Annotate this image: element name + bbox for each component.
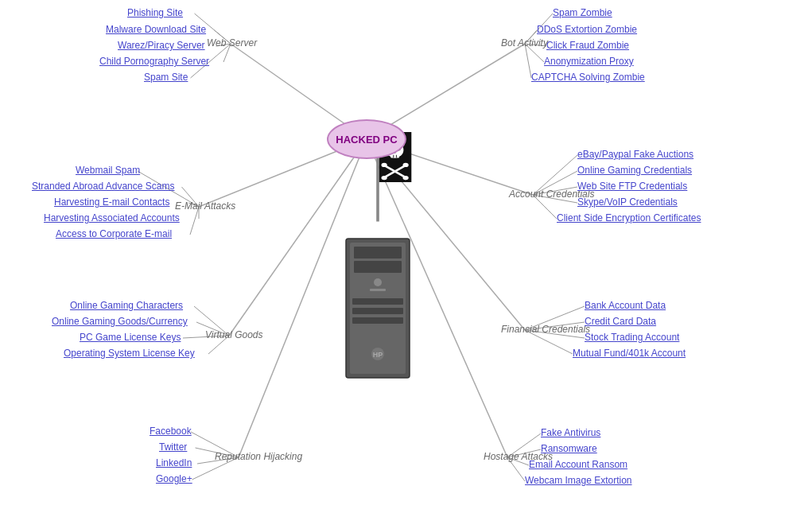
leaf-account-credentials: Online Gaming Credentials	[577, 165, 692, 176]
branch-reputation-hijacking: Reputation Hijacking	[215, 451, 302, 462]
svg-point-68	[382, 176, 387, 180]
leaf-virtual-goods: Online Gaming Goods/Currency	[52, 316, 188, 327]
leaf-bot-activity: CAPTCHA Solving Zombie	[531, 72, 645, 83]
svg-rect-52	[352, 317, 403, 324]
svg-rect-50	[352, 298, 403, 305]
leaf-account-credentials: Client Side Encryption Certificates	[557, 212, 701, 224]
svg-rect-49	[370, 289, 386, 291]
center-node: HACKED PC	[327, 119, 406, 159]
leaf-email-attacks: Harvesting Associated Accounts	[44, 212, 180, 224]
leaf-hostage-attacks: Webcam Image Extortion	[525, 475, 632, 486]
leaf-financial-credentials: Mutual Fund/401k Account	[573, 348, 686, 359]
leaf-web-server: Warez/Piracy Server	[118, 40, 205, 51]
computer-icon: HP	[330, 223, 425, 382]
leaf-financial-credentials: Stock Trading Account	[585, 332, 679, 343]
leaf-reputation-hijacking: Twitter	[159, 441, 187, 453]
svg-point-66	[382, 163, 387, 167]
svg-line-11	[525, 44, 531, 78]
branch-web-server: Web Server	[207, 37, 257, 49]
leaf-reputation-hijacking: LinkedIn	[156, 457, 192, 468]
svg-point-67	[403, 163, 409, 167]
svg-point-48	[374, 278, 382, 286]
leaf-reputation-hijacking: Google+	[156, 473, 192, 484]
leaf-virtual-goods: Operating System License Key	[64, 348, 195, 359]
leaf-virtual-goods: PC Game License Keys	[80, 332, 181, 343]
leaf-financial-credentials: Credit Card Data	[585, 316, 656, 327]
leaf-reputation-hijacking: Facebook	[150, 426, 192, 437]
leaf-virtual-goods: Online Gaming Characters	[70, 300, 183, 311]
branch-virtual-goods: Virtual Goods	[205, 329, 263, 340]
leaf-bot-activity: Spam Zombie	[553, 7, 612, 18]
svg-rect-46	[354, 247, 402, 258]
leaf-bot-activity: DDoS Extortion Zombie	[537, 24, 637, 35]
leaf-account-credentials: eBay/Paypal Fake Auctions	[577, 149, 694, 160]
mind-map: HP HACKED PC Web ServerPhishing SiteMalw…	[0, 0, 812, 517]
leaf-email-attacks: Stranded Abroad Advance Scams	[32, 181, 174, 192]
leaf-hostage-attacks: Email Account Ransom	[529, 459, 627, 470]
leaf-bot-activity: Click Fraud Zombie	[546, 40, 629, 51]
leaf-financial-credentials: Bank Account Data	[585, 300, 666, 311]
svg-text:HP: HP	[373, 351, 383, 359]
leaf-web-server: Phishing Site	[127, 7, 183, 18]
svg-rect-61	[390, 155, 399, 158]
leaf-email-attacks: Webmail Spam	[76, 165, 140, 176]
leaf-hostage-attacks: Ransomware	[541, 443, 597, 454]
leaf-hostage-attacks: Fake Antivirus	[541, 427, 600, 438]
leaf-email-attacks: Harvesting E-mail Contacts	[54, 196, 169, 208]
svg-rect-51	[352, 308, 403, 314]
branch-bot-activity: Bot Activity	[501, 37, 548, 49]
leaf-account-credentials: Web Site FTP Credentials	[577, 181, 687, 192]
branch-email-attacks: E-Mail Attacks	[175, 200, 235, 212]
leaf-web-server: Malware Download Site	[106, 24, 206, 35]
branch-financial-credentials: Financial Credentials	[501, 324, 590, 335]
svg-point-69	[403, 176, 409, 180]
leaf-web-server: Child Pornography Server	[99, 56, 209, 67]
leaf-account-credentials: Skype/VoIP Credentials	[577, 196, 678, 208]
leaf-bot-activity: Anonymization Proxy	[544, 56, 634, 67]
svg-rect-47	[354, 261, 402, 273]
leaf-web-server: Spam Site	[144, 72, 188, 83]
leaf-email-attacks: Access to Corporate E-mail	[56, 228, 172, 239]
